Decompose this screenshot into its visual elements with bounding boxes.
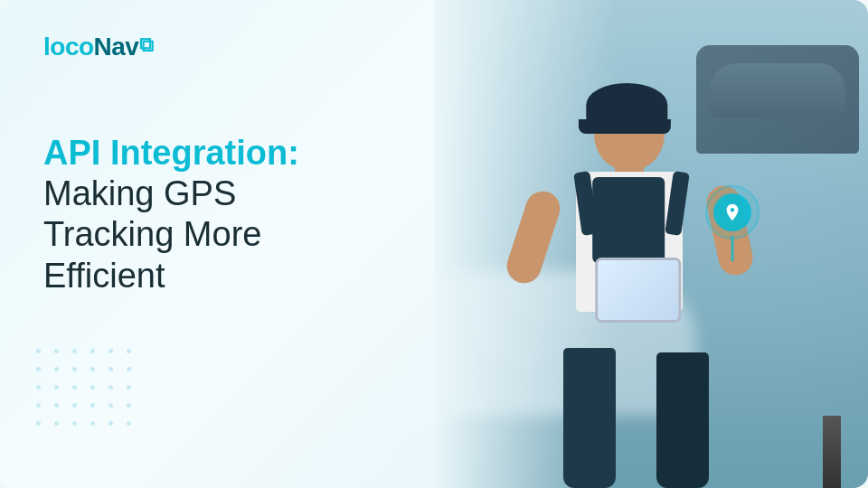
dot bbox=[90, 421, 95, 426]
logo-text: locoNav⧉ bbox=[43, 33, 154, 61]
worker-cap-brim bbox=[579, 119, 671, 134]
dot bbox=[36, 385, 41, 389]
pin-outer-ring bbox=[705, 185, 760, 239]
dot bbox=[54, 385, 59, 389]
dot bbox=[54, 403, 59, 408]
dot bbox=[72, 367, 77, 371]
dot bbox=[90, 403, 95, 408]
dot bbox=[127, 385, 131, 389]
worker-leg-left bbox=[563, 348, 616, 488]
dot bbox=[72, 421, 77, 426]
dot bbox=[54, 367, 59, 371]
headline-normal-line3: Efficient bbox=[43, 256, 391, 297]
dot bbox=[108, 403, 113, 408]
pin-inner-circle bbox=[713, 193, 751, 231]
dot bbox=[36, 403, 41, 408]
dot bbox=[90, 385, 95, 389]
dot bbox=[36, 367, 41, 371]
logo-nav: Nav bbox=[94, 33, 139, 61]
right-panel bbox=[434, 0, 868, 488]
dot-pattern-decoration bbox=[36, 349, 139, 434]
logo: locoNav⧉ bbox=[43, 33, 391, 61]
dot bbox=[108, 385, 113, 389]
worker-arm-left bbox=[503, 187, 565, 288]
main-container: locoNav⧉ API Integration: Making GPS Tra… bbox=[0, 0, 868, 488]
dot bbox=[127, 403, 131, 408]
dot bbox=[108, 367, 113, 371]
dot bbox=[72, 349, 77, 353]
dot bbox=[36, 421, 41, 426]
logo-pin-icon: ⧉ bbox=[139, 33, 154, 57]
dot bbox=[36, 349, 41, 353]
headline-normal-line2: Tracking More bbox=[43, 214, 391, 256]
jack-stand bbox=[823, 416, 841, 488]
headline-bold: API Integration: bbox=[43, 134, 391, 174]
worker-overalls-bib bbox=[592, 177, 665, 263]
headline-normal-line1: Making GPS bbox=[43, 174, 391, 215]
location-pin-container bbox=[705, 185, 760, 239]
worker-tablet bbox=[595, 258, 681, 323]
left-panel: locoNav⧉ API Integration: Making GPS Tra… bbox=[0, 0, 434, 488]
dot bbox=[90, 349, 95, 353]
dot bbox=[108, 421, 113, 426]
dot bbox=[72, 385, 77, 389]
worker-figure bbox=[512, 90, 747, 488]
dot bbox=[127, 421, 131, 426]
dot bbox=[127, 349, 131, 353]
dot bbox=[127, 367, 131, 371]
worker-leg-right bbox=[656, 352, 709, 488]
dot bbox=[90, 367, 95, 371]
dot bbox=[72, 403, 77, 408]
tablet-screen bbox=[598, 260, 678, 320]
map-pin-icon bbox=[722, 202, 742, 222]
dot bbox=[54, 421, 59, 426]
pin-stem bbox=[731, 236, 734, 261]
dot bbox=[108, 349, 113, 353]
headline-block: API Integration: Making GPS Tracking Mor… bbox=[43, 134, 391, 296]
logo-loco: loco bbox=[43, 33, 94, 61]
dot bbox=[54, 349, 59, 353]
